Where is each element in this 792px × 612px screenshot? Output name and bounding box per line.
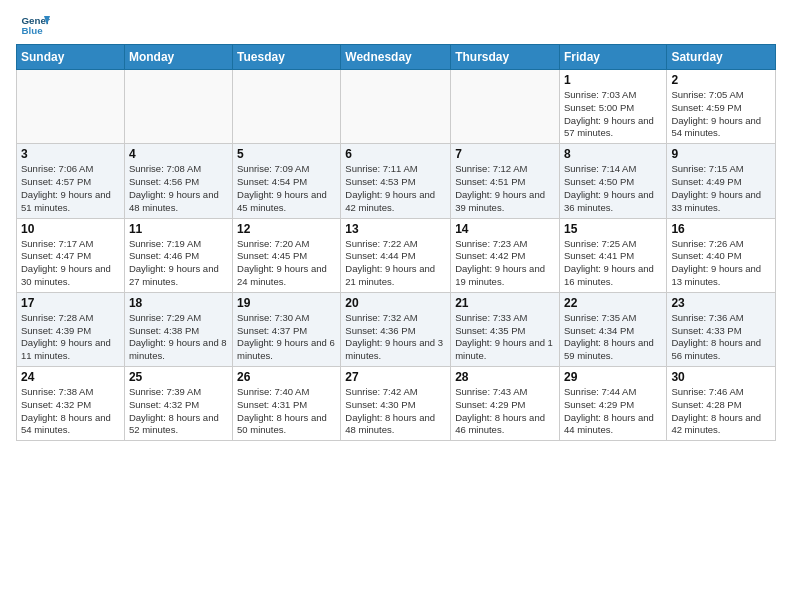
day-info: Sunrise: 7:38 AM Sunset: 4:32 PM Dayligh… [21,386,120,437]
day-info: Sunrise: 7:46 AM Sunset: 4:28 PM Dayligh… [671,386,771,437]
calendar-cell: 12Sunrise: 7:20 AM Sunset: 4:45 PM Dayli… [233,218,341,292]
calendar-cell: 7Sunrise: 7:12 AM Sunset: 4:51 PM Daylig… [451,144,560,218]
calendar-cell: 16Sunrise: 7:26 AM Sunset: 4:40 PM Dayli… [667,218,776,292]
col-header-friday: Friday [559,45,666,70]
day-number: 10 [21,222,120,236]
calendar-cell: 15Sunrise: 7:25 AM Sunset: 4:41 PM Dayli… [559,218,666,292]
day-number: 9 [671,147,771,161]
day-number: 15 [564,222,662,236]
calendar-cell: 9Sunrise: 7:15 AM Sunset: 4:49 PM Daylig… [667,144,776,218]
calendar-cell: 23Sunrise: 7:36 AM Sunset: 4:33 PM Dayli… [667,292,776,366]
day-number: 27 [345,370,446,384]
calendar-week-4: 24Sunrise: 7:38 AM Sunset: 4:32 PM Dayli… [17,367,776,441]
calendar-cell: 5Sunrise: 7:09 AM Sunset: 4:54 PM Daylig… [233,144,341,218]
day-info: Sunrise: 7:42 AM Sunset: 4:30 PM Dayligh… [345,386,446,437]
day-number: 4 [129,147,228,161]
day-number: 2 [671,73,771,87]
day-number: 22 [564,296,662,310]
day-info: Sunrise: 7:29 AM Sunset: 4:38 PM Dayligh… [129,312,228,363]
day-number: 14 [455,222,555,236]
day-info: Sunrise: 7:19 AM Sunset: 4:46 PM Dayligh… [129,238,228,289]
calendar-cell: 24Sunrise: 7:38 AM Sunset: 4:32 PM Dayli… [17,367,125,441]
day-number: 20 [345,296,446,310]
day-number: 23 [671,296,771,310]
calendar-cell: 10Sunrise: 7:17 AM Sunset: 4:47 PM Dayli… [17,218,125,292]
calendar-cell [451,70,560,144]
col-header-tuesday: Tuesday [233,45,341,70]
calendar-wrapper: SundayMondayTuesdayWednesdayThursdayFrid… [0,44,792,449]
calendar-cell: 21Sunrise: 7:33 AM Sunset: 4:35 PM Dayli… [451,292,560,366]
day-info: Sunrise: 7:03 AM Sunset: 5:00 PM Dayligh… [564,89,662,140]
day-number: 6 [345,147,446,161]
calendar-cell: 29Sunrise: 7:44 AM Sunset: 4:29 PM Dayli… [559,367,666,441]
logo-icon: General Blue [20,10,50,40]
day-info: Sunrise: 7:40 AM Sunset: 4:31 PM Dayligh… [237,386,336,437]
calendar-cell: 28Sunrise: 7:43 AM Sunset: 4:29 PM Dayli… [451,367,560,441]
calendar-week-1: 3Sunrise: 7:06 AM Sunset: 4:57 PM Daylig… [17,144,776,218]
day-info: Sunrise: 7:26 AM Sunset: 4:40 PM Dayligh… [671,238,771,289]
calendar-week-2: 10Sunrise: 7:17 AM Sunset: 4:47 PM Dayli… [17,218,776,292]
calendar-cell: 18Sunrise: 7:29 AM Sunset: 4:38 PM Dayli… [124,292,232,366]
day-number: 17 [21,296,120,310]
calendar-cell [341,70,451,144]
day-number: 29 [564,370,662,384]
day-info: Sunrise: 7:33 AM Sunset: 4:35 PM Dayligh… [455,312,555,363]
calendar-cell: 27Sunrise: 7:42 AM Sunset: 4:30 PM Dayli… [341,367,451,441]
day-number: 1 [564,73,662,87]
day-info: Sunrise: 7:36 AM Sunset: 4:33 PM Dayligh… [671,312,771,363]
day-info: Sunrise: 7:43 AM Sunset: 4:29 PM Dayligh… [455,386,555,437]
day-number: 28 [455,370,555,384]
logo: General Blue [20,10,50,40]
calendar-cell: 22Sunrise: 7:35 AM Sunset: 4:34 PM Dayli… [559,292,666,366]
day-number: 18 [129,296,228,310]
calendar-cell: 25Sunrise: 7:39 AM Sunset: 4:32 PM Dayli… [124,367,232,441]
day-info: Sunrise: 7:25 AM Sunset: 4:41 PM Dayligh… [564,238,662,289]
calendar-cell: 4Sunrise: 7:08 AM Sunset: 4:56 PM Daylig… [124,144,232,218]
col-header-monday: Monday [124,45,232,70]
day-number: 21 [455,296,555,310]
day-info: Sunrise: 7:08 AM Sunset: 4:56 PM Dayligh… [129,163,228,214]
col-header-thursday: Thursday [451,45,560,70]
calendar-cell: 2Sunrise: 7:05 AM Sunset: 4:59 PM Daylig… [667,70,776,144]
calendar-cell [233,70,341,144]
day-info: Sunrise: 7:22 AM Sunset: 4:44 PM Dayligh… [345,238,446,289]
calendar-header-row: SundayMondayTuesdayWednesdayThursdayFrid… [17,45,776,70]
calendar-cell: 1Sunrise: 7:03 AM Sunset: 5:00 PM Daylig… [559,70,666,144]
day-number: 26 [237,370,336,384]
day-info: Sunrise: 7:44 AM Sunset: 4:29 PM Dayligh… [564,386,662,437]
day-info: Sunrise: 7:17 AM Sunset: 4:47 PM Dayligh… [21,238,120,289]
day-info: Sunrise: 7:39 AM Sunset: 4:32 PM Dayligh… [129,386,228,437]
day-info: Sunrise: 7:05 AM Sunset: 4:59 PM Dayligh… [671,89,771,140]
day-number: 8 [564,147,662,161]
day-info: Sunrise: 7:15 AM Sunset: 4:49 PM Dayligh… [671,163,771,214]
day-number: 12 [237,222,336,236]
calendar-cell: 17Sunrise: 7:28 AM Sunset: 4:39 PM Dayli… [17,292,125,366]
calendar-cell: 13Sunrise: 7:22 AM Sunset: 4:44 PM Dayli… [341,218,451,292]
col-header-wednesday: Wednesday [341,45,451,70]
day-info: Sunrise: 7:20 AM Sunset: 4:45 PM Dayligh… [237,238,336,289]
calendar-cell [124,70,232,144]
calendar-cell: 26Sunrise: 7:40 AM Sunset: 4:31 PM Dayli… [233,367,341,441]
day-info: Sunrise: 7:28 AM Sunset: 4:39 PM Dayligh… [21,312,120,363]
day-info: Sunrise: 7:12 AM Sunset: 4:51 PM Dayligh… [455,163,555,214]
day-info: Sunrise: 7:06 AM Sunset: 4:57 PM Dayligh… [21,163,120,214]
day-number: 25 [129,370,228,384]
calendar-cell: 3Sunrise: 7:06 AM Sunset: 4:57 PM Daylig… [17,144,125,218]
page-header: General Blue [0,0,792,44]
col-header-saturday: Saturday [667,45,776,70]
calendar-cell: 14Sunrise: 7:23 AM Sunset: 4:42 PM Dayli… [451,218,560,292]
calendar-cell: 20Sunrise: 7:32 AM Sunset: 4:36 PM Dayli… [341,292,451,366]
calendar-week-3: 17Sunrise: 7:28 AM Sunset: 4:39 PM Dayli… [17,292,776,366]
day-number: 3 [21,147,120,161]
day-info: Sunrise: 7:32 AM Sunset: 4:36 PM Dayligh… [345,312,446,363]
day-number: 19 [237,296,336,310]
day-info: Sunrise: 7:14 AM Sunset: 4:50 PM Dayligh… [564,163,662,214]
calendar-cell [17,70,125,144]
day-info: Sunrise: 7:30 AM Sunset: 4:37 PM Dayligh… [237,312,336,363]
day-info: Sunrise: 7:11 AM Sunset: 4:53 PM Dayligh… [345,163,446,214]
day-number: 16 [671,222,771,236]
calendar-cell: 6Sunrise: 7:11 AM Sunset: 4:53 PM Daylig… [341,144,451,218]
calendar-cell: 19Sunrise: 7:30 AM Sunset: 4:37 PM Dayli… [233,292,341,366]
day-info: Sunrise: 7:09 AM Sunset: 4:54 PM Dayligh… [237,163,336,214]
calendar-cell: 30Sunrise: 7:46 AM Sunset: 4:28 PM Dayli… [667,367,776,441]
